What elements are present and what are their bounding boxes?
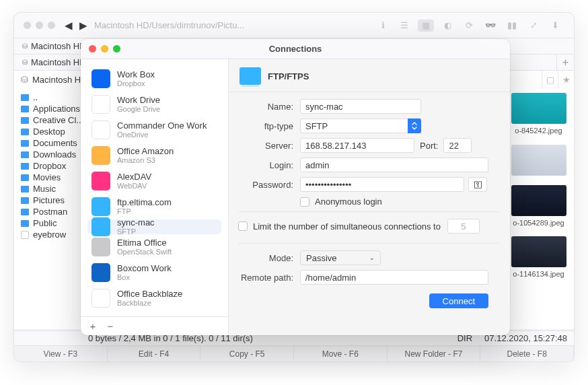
name-input[interactable] (300, 99, 421, 114)
folder-icon (21, 94, 29, 101)
port-label: Port: (420, 141, 438, 151)
close-icon[interactable] (89, 45, 96, 53)
connection-sub: Backblaze (117, 299, 182, 307)
min-dot[interactable] (36, 22, 43, 29)
port-input[interactable] (443, 138, 472, 153)
fn-button[interactable]: View - F3 (14, 346, 108, 361)
connection-item[interactable]: ftp.eltima.comFTP (87, 194, 221, 219)
fn-button[interactable]: Delete - F8 (480, 346, 574, 361)
key-button[interactable]: ⚿ (468, 177, 487, 192)
connection-item[interactable]: Work DriveGoogle Drive (87, 92, 221, 117)
service-icon (91, 238, 110, 256)
password-input[interactable] (300, 177, 464, 192)
close-dot[interactable] (24, 22, 31, 29)
remote-path-input[interactable] (300, 270, 488, 285)
form-fields: Name: ftp-type Server: (229, 92, 510, 315)
fn-button[interactable]: Move - F6 (294, 346, 388, 361)
titlebar: ◀ ▶ Macintosh HD/Users/dimtrunov/Pictu..… (14, 13, 574, 38)
server-label: Server: (238, 141, 300, 151)
path-label: Macintosh HD (32, 75, 87, 85)
thumb-item[interactable]: o-1054289.jpeg (507, 185, 570, 228)
thumb-item[interactable] (507, 145, 570, 176)
sidebar-label: eyebrow (33, 230, 66, 240)
tab-label: Macintosh HD (31, 41, 86, 51)
thumb-item[interactable]: o-1146134.jpeg (507, 236, 570, 279)
login-input[interactable] (300, 158, 488, 172)
list-view-icon[interactable]: ☰ (396, 20, 412, 32)
minimize-icon[interactable] (101, 45, 108, 53)
hd-icon: ⛁ (21, 75, 28, 85)
folder-icon (21, 129, 29, 135)
info-icon[interactable]: ℹ︎ (375, 20, 391, 32)
connection-list: Work BoxDropboxWork DriveGoogle DriveCom… (81, 59, 229, 335)
connection-sub: OpenStack Swift (117, 248, 172, 256)
sync-icon[interactable]: ⟳ (461, 20, 477, 32)
connection-item[interactable]: Office AmazonAmazon S3 (87, 143, 221, 168)
mode-select[interactable]: Passive⌄ (300, 250, 381, 265)
add-tab-button[interactable]: + (556, 55, 574, 71)
mode-label: Mode: (238, 253, 300, 263)
fn-button[interactable]: New Folder - F7 (388, 346, 481, 361)
zoom-icon[interactable] (113, 45, 120, 53)
connection-name: AlexDAV (117, 172, 151, 182)
connection-item[interactable]: Eltima OfficeOpenStack Swift (87, 234, 221, 260)
sidebar-label: Pictures (33, 195, 65, 205)
columns-icon[interactable]: ▮▮ (504, 20, 520, 32)
grid-view-icon[interactable]: ▦ (418, 20, 434, 32)
type-select[interactable] (300, 118, 408, 133)
nav-back-icon[interactable]: ◀ (65, 20, 73, 32)
form-title: FTP/FTPS (268, 71, 309, 81)
nav-fwd-icon[interactable]: ▶ (79, 20, 87, 32)
dialog-titlebar: Connections (81, 39, 510, 59)
function-bar: View - F3Edit - F4Copy - F5Move - F6New … (14, 345, 574, 361)
add-connection-button[interactable]: + (85, 320, 101, 333)
service-icon (91, 146, 110, 165)
service-icon (91, 69, 110, 88)
download-icon[interactable]: ⬇︎ (547, 20, 563, 32)
thumb-img (511, 93, 566, 124)
limit-input[interactable] (447, 219, 480, 234)
connection-item[interactable]: Commander One WorkOneDrive (87, 117, 221, 143)
sidebar-label: Public (33, 218, 57, 228)
connection-item[interactable]: Work BoxDropbox (87, 66, 221, 92)
zoom-dot[interactable] (48, 22, 55, 29)
limit-label: Limit the number of simultaneous connect… (253, 221, 441, 232)
window-controls (14, 22, 65, 29)
connection-sub: Box (117, 273, 172, 281)
service-icon (91, 217, 110, 236)
connection-item[interactable]: Office BackblazeBackblaze (87, 285, 221, 311)
connect-button[interactable]: Connect (429, 293, 488, 308)
square-icon[interactable]: ▢ (542, 71, 558, 90)
folder-icon (21, 186, 29, 193)
connection-sub: FTP (117, 207, 172, 215)
thumb-item[interactable]: o-845242.jpeg (507, 93, 570, 135)
connection-name: sync-mac (117, 218, 155, 228)
connection-item[interactable]: AlexDAVWebDAV (87, 168, 221, 194)
connection-scroll[interactable]: Work BoxDropboxWork DriveGoogle DriveCom… (81, 59, 228, 316)
fn-button[interactable]: Edit - F4 (108, 346, 201, 361)
limit-checkbox[interactable]: Limit the number of simultaneous connect… (238, 221, 441, 232)
connection-item[interactable]: Boxcom WorkBox (87, 260, 221, 285)
service-icon (91, 172, 110, 190)
connection-item[interactable]: sync-macSFTP (87, 219, 221, 234)
sidebar-label: Downloads (33, 149, 76, 160)
binoculars-icon[interactable]: 👓 (482, 20, 499, 32)
dialog-body: Work BoxDropboxWork DriveGoogle DriveCom… (81, 59, 510, 335)
name-label: Name: (238, 102, 300, 112)
dropdown-arrow-icon[interactable] (408, 118, 421, 133)
limit-row: Limit the number of simultaneous connect… (238, 219, 499, 239)
share-icon[interactable]: ⤢ (525, 20, 542, 32)
tab-label: Macintosh HD (31, 57, 86, 67)
favorite-icon[interactable]: ★ (558, 71, 574, 90)
anonymous-checkbox[interactable]: Anonymous login (300, 197, 382, 207)
toggle-icon[interactable]: ◐ (439, 20, 455, 32)
password-label: Password: (238, 180, 300, 190)
chevron-down-icon: ⌄ (369, 254, 375, 261)
key-icon: ⚿ (474, 180, 482, 190)
server-input[interactable] (300, 138, 414, 153)
nav-arrows: ◀ ▶ (65, 20, 94, 32)
fn-button[interactable]: Copy - F5 (200, 346, 294, 361)
service-icon (91, 289, 110, 308)
thumbnail-column: o-845242.jpeg o-1054289.jpeg o-1146134.j… (503, 89, 574, 329)
remove-connection-button[interactable]: − (102, 320, 118, 333)
